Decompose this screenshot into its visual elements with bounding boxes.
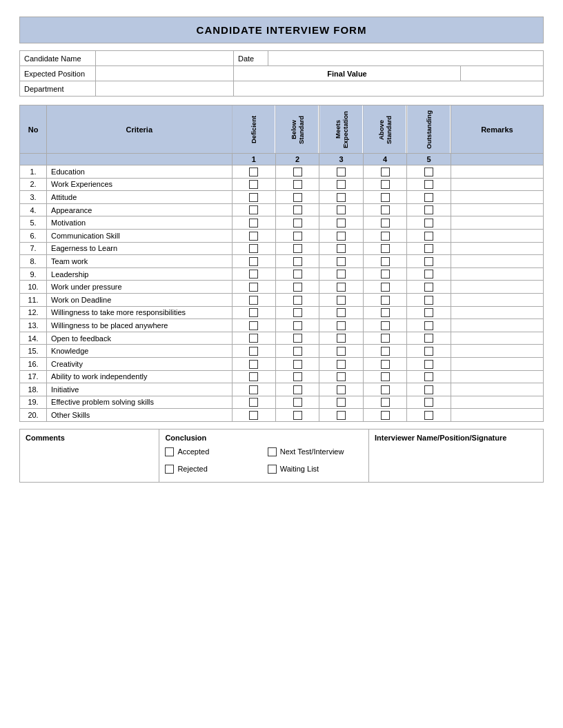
candidate-name-value[interactable]	[96, 51, 234, 66]
score-checkbox[interactable]	[249, 372, 258, 381]
score-checkbox[interactable]	[249, 232, 258, 241]
score-checkbox[interactable]	[424, 193, 433, 202]
score-checkbox[interactable]	[381, 219, 390, 228]
score-checkbox-cell[interactable]	[407, 242, 451, 255]
score-checkbox[interactable]	[249, 347, 258, 356]
score-checkbox[interactable]	[381, 205, 390, 214]
score-checkbox[interactable]	[337, 385, 346, 394]
score-checkbox-cell[interactable]	[232, 332, 275, 345]
department-value[interactable]	[96, 81, 234, 97]
score-checkbox[interactable]	[249, 296, 258, 305]
score-checkbox-cell[interactable]	[407, 216, 451, 230]
score-checkbox-cell[interactable]	[232, 229, 275, 242]
score-checkbox-cell[interactable]	[363, 383, 406, 396]
score-checkbox[interactable]	[293, 411, 302, 420]
score-checkbox[interactable]	[424, 411, 433, 420]
option-waiting-list[interactable]: Waiting List	[268, 465, 363, 474]
score-checkbox-cell[interactable]	[407, 396, 451, 409]
score-checkbox-cell[interactable]	[275, 267, 319, 281]
remarks-cell[interactable]	[451, 267, 543, 281]
score-checkbox[interactable]	[424, 219, 433, 228]
score-checkbox[interactable]	[293, 205, 302, 214]
score-checkbox-cell[interactable]	[363, 306, 406, 319]
score-checkbox[interactable]	[293, 372, 302, 381]
option-next-test[interactable]: Next Test/Interview	[268, 447, 363, 456]
remarks-cell[interactable]	[451, 203, 543, 216]
score-checkbox-cell[interactable]	[319, 409, 363, 422]
score-checkbox-cell[interactable]	[319, 216, 363, 230]
remarks-cell[interactable]	[451, 242, 543, 255]
score-checkbox-cell[interactable]	[407, 345, 451, 358]
score-checkbox[interactable]	[293, 321, 302, 330]
score-checkbox-cell[interactable]	[275, 281, 319, 294]
score-checkbox-cell[interactable]	[232, 345, 275, 358]
score-checkbox-cell[interactable]	[319, 357, 363, 370]
score-checkbox-cell[interactable]	[363, 216, 406, 230]
score-checkbox-cell[interactable]	[363, 319, 406, 332]
score-checkbox-cell[interactable]	[363, 396, 406, 409]
score-checkbox[interactable]	[337, 180, 346, 189]
score-checkbox[interactable]	[293, 244, 302, 253]
score-checkbox-cell[interactable]	[319, 242, 363, 255]
score-checkbox[interactable]	[249, 308, 258, 317]
score-checkbox-cell[interactable]	[407, 357, 451, 370]
accepted-checkbox[interactable]	[165, 447, 174, 456]
score-checkbox-cell[interactable]	[275, 165, 319, 179]
score-checkbox[interactable]	[381, 360, 390, 369]
score-checkbox[interactable]	[293, 385, 302, 394]
score-checkbox[interactable]	[293, 180, 302, 189]
score-checkbox[interactable]	[337, 372, 346, 381]
score-checkbox-cell[interactable]	[319, 332, 363, 345]
option-rejected[interactable]: Rejected	[165, 465, 260, 474]
score-checkbox[interactable]	[381, 232, 390, 241]
score-checkbox-cell[interactable]	[275, 293, 319, 306]
score-checkbox[interactable]	[424, 244, 433, 253]
score-checkbox[interactable]	[249, 180, 258, 189]
score-checkbox-cell[interactable]	[232, 396, 275, 409]
score-checkbox[interactable]	[381, 168, 390, 176]
score-checkbox[interactable]	[424, 372, 433, 381]
score-checkbox-cell[interactable]	[407, 267, 451, 281]
score-checkbox-cell[interactable]	[363, 191, 406, 204]
score-checkbox-cell[interactable]	[407, 229, 451, 242]
score-checkbox-cell[interactable]	[319, 191, 363, 204]
score-checkbox[interactable]	[293, 193, 302, 202]
score-checkbox-cell[interactable]	[407, 319, 451, 332]
score-checkbox[interactable]	[424, 232, 433, 241]
score-checkbox-cell[interactable]	[407, 332, 451, 345]
score-checkbox[interactable]	[293, 334, 302, 343]
date-value[interactable]	[268, 51, 544, 66]
remarks-cell[interactable]	[451, 409, 543, 422]
score-checkbox-cell[interactable]	[363, 178, 406, 191]
score-checkbox-cell[interactable]	[232, 191, 275, 204]
score-checkbox-cell[interactable]	[275, 255, 319, 268]
score-checkbox-cell[interactable]	[319, 345, 363, 358]
score-checkbox-cell[interactable]	[319, 319, 363, 332]
score-checkbox-cell[interactable]	[407, 191, 451, 204]
score-checkbox[interactable]	[424, 308, 433, 317]
score-checkbox-cell[interactable]	[232, 357, 275, 370]
score-checkbox-cell[interactable]	[319, 370, 363, 383]
score-checkbox[interactable]	[381, 385, 390, 394]
score-checkbox-cell[interactable]	[407, 281, 451, 294]
score-checkbox-cell[interactable]	[275, 203, 319, 216]
score-checkbox-cell[interactable]	[232, 319, 275, 332]
score-checkbox[interactable]	[249, 398, 258, 407]
score-checkbox[interactable]	[249, 321, 258, 330]
remarks-cell[interactable]	[451, 293, 543, 306]
score-checkbox[interactable]	[293, 219, 302, 228]
score-checkbox-cell[interactable]	[319, 383, 363, 396]
score-checkbox-cell[interactable]	[275, 242, 319, 255]
score-checkbox[interactable]	[249, 244, 258, 253]
score-checkbox[interactable]	[293, 360, 302, 369]
remarks-cell[interactable]	[451, 319, 543, 332]
score-checkbox-cell[interactable]	[319, 255, 363, 268]
score-checkbox[interactable]	[381, 334, 390, 343]
remarks-cell[interactable]	[451, 216, 543, 230]
rejected-checkbox[interactable]	[165, 465, 174, 474]
score-checkbox-cell[interactable]	[319, 267, 363, 281]
waiting-list-checkbox[interactable]	[268, 465, 277, 474]
score-checkbox[interactable]	[293, 257, 302, 266]
score-checkbox-cell[interactable]	[275, 409, 319, 422]
remarks-cell[interactable]	[451, 396, 543, 409]
